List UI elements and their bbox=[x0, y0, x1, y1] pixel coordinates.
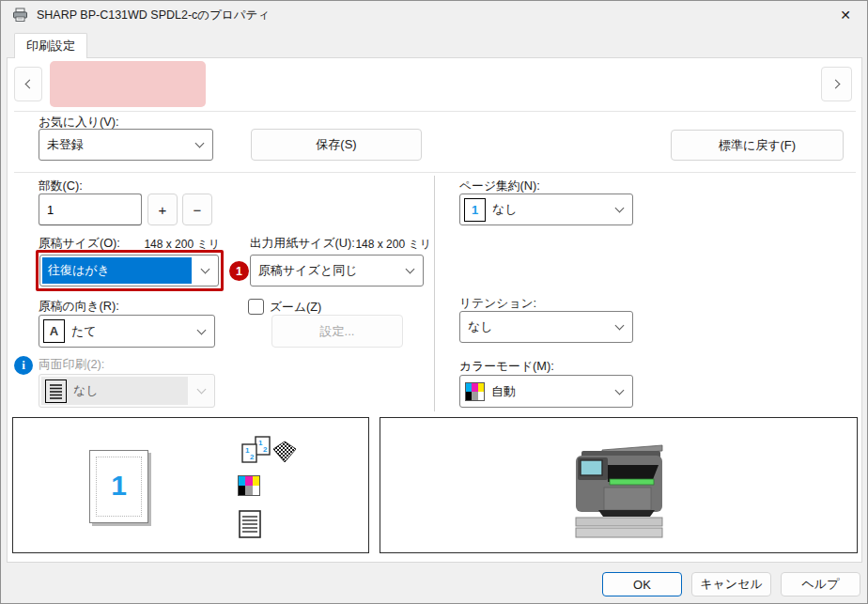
tab-printing-preferences[interactable]: 印刷設定 bbox=[14, 33, 87, 58]
duplex-value: なし bbox=[73, 382, 99, 399]
svg-text:2: 2 bbox=[263, 445, 268, 454]
pages-per-sheet-dropdown[interactable]: 1 なし bbox=[459, 194, 633, 225]
orientation-label: 原稿の向き(R): bbox=[39, 299, 119, 315]
chevron-left-icon bbox=[25, 80, 35, 89]
pages-per-sheet-value: なし bbox=[492, 201, 518, 218]
copies-input[interactable] bbox=[39, 194, 142, 225]
chevron-down-icon bbox=[196, 325, 206, 334]
chevron-down-icon bbox=[405, 265, 414, 274]
page-number: 1 bbox=[90, 470, 147, 502]
retention-dropdown[interactable]: なし bbox=[459, 311, 633, 343]
chevron-down-icon bbox=[614, 321, 624, 331]
retention-label: リテンション: bbox=[459, 296, 536, 312]
duplex-dropdown: なし bbox=[39, 374, 215, 408]
printer-icon bbox=[12, 8, 28, 23]
info-icon: i bbox=[14, 356, 33, 375]
chevron-down-icon bbox=[614, 385, 624, 395]
portrait-icon: A bbox=[43, 319, 65, 343]
document-icon bbox=[239, 510, 261, 541]
copies-increment-button[interactable]: + bbox=[147, 194, 178, 225]
output-size-value: 原稿サイズと同じ bbox=[251, 262, 396, 279]
zoom-label: ズーム(Z) bbox=[270, 300, 321, 316]
divider bbox=[14, 172, 856, 173]
copies-label: 部数(C): bbox=[39, 178, 83, 194]
cmyk-preview-icon bbox=[238, 475, 260, 496]
color-mode-value: 自動 bbox=[491, 383, 516, 400]
one-page-icon: 1 bbox=[464, 198, 486, 222]
window-title: SHARP BP-C131WD SPDL2-cのプロパティ bbox=[37, 8, 270, 23]
orientation-value: たて bbox=[71, 323, 97, 340]
chevron-down-icon bbox=[196, 385, 206, 395]
divider bbox=[14, 111, 856, 112]
svg-text:2: 2 bbox=[250, 453, 255, 461]
original-size-value: 往復はがき bbox=[42, 257, 192, 284]
original-size-dropdown[interactable]: 往復はがき bbox=[39, 255, 219, 287]
output-size-dropdown[interactable]: 原稿サイズと同じ bbox=[250, 255, 424, 287]
chevron-down-icon bbox=[614, 204, 624, 213]
paper-stack-icon bbox=[272, 441, 297, 466]
page-preview: 1 bbox=[89, 450, 148, 523]
titlebar: SHARP BP-C131WD SPDL2-cのプロパティ ✕ bbox=[1, 1, 867, 29]
zoom-settings-button: 設定... bbox=[271, 315, 403, 348]
ribbon-scroll-right-button[interactable] bbox=[821, 67, 852, 101]
restore-defaults-button[interactable]: 標準に戻す(F) bbox=[671, 130, 844, 161]
collate-icon: 1 2 1 2 bbox=[237, 435, 272, 470]
ok-button[interactable]: OK bbox=[602, 572, 682, 596]
simplex-page-icon bbox=[45, 379, 67, 403]
printer-illustration bbox=[570, 442, 668, 541]
chevron-right-icon bbox=[830, 80, 840, 89]
color-mode-dropdown[interactable]: 自動 bbox=[459, 375, 633, 408]
annotation-badge-1: 1 bbox=[229, 261, 249, 281]
cancel-button[interactable]: キャンセル bbox=[691, 572, 771, 596]
orientation-dropdown[interactable]: A たて bbox=[39, 315, 215, 348]
ribbon-scroll-left-button[interactable] bbox=[14, 67, 42, 101]
printer-properties-dialog: SHARP BP-C131WD SPDL2-cのプロパティ ✕ 印刷設定 メイン bbox=[0, 0, 868, 604]
printer-preview-pane bbox=[380, 417, 858, 553]
pages-per-sheet-label: ページ集約(N): bbox=[459, 178, 540, 194]
retention-value: なし bbox=[460, 318, 606, 335]
save-button[interactable]: 保存(S) bbox=[251, 129, 422, 161]
copies-decrement-button[interactable]: − bbox=[182, 194, 212, 225]
column-divider bbox=[434, 176, 435, 411]
zoom-checkbox[interactable] bbox=[248, 299, 264, 315]
output-size-dimensions: 148 x 200 ミリ bbox=[333, 237, 431, 253]
cmyk-color-icon bbox=[465, 382, 485, 401]
main-tab-highlight-frame bbox=[50, 61, 206, 107]
help-button[interactable]: ヘルプ bbox=[781, 572, 860, 596]
color-mode-label: カラーモード(M): bbox=[459, 359, 554, 375]
close-button[interactable]: ✕ bbox=[824, 1, 867, 29]
favorites-dropdown[interactable]: 未登録 bbox=[39, 129, 213, 161]
favorites-value: 未登録 bbox=[39, 136, 186, 153]
settings-preview-pane: 1 1 2 1 2 bbox=[12, 417, 369, 553]
chevron-down-icon bbox=[200, 265, 209, 274]
chevron-down-icon bbox=[194, 139, 204, 148]
duplex-label: 両面印刷(2): bbox=[39, 357, 104, 373]
